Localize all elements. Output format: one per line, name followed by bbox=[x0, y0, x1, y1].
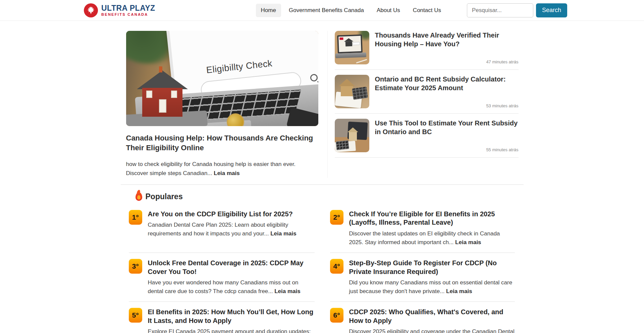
nav-item-government-benefits[interactable]: Government Benefits Canada bbox=[284, 4, 369, 17]
house-graphic bbox=[341, 86, 353, 96]
sidebar-article-title[interactable]: Use This Tool to Estimate Your Rent Subs… bbox=[375, 119, 519, 136]
house-window bbox=[146, 91, 152, 98]
excerpt-text: Did you know many Canadians miss out on … bbox=[349, 279, 513, 294]
toy-house bbox=[135, 70, 189, 117]
site-logo[interactable]: ULTRA PLAYZ BENEFITS CANADA bbox=[84, 3, 155, 17]
magnifier-icon bbox=[310, 74, 318, 82]
sidebar-article-title[interactable]: Thousands Have Already Verified Their Ho… bbox=[375, 31, 519, 48]
sidebar-article-1: Thousands Have Already Verified Their Ho… bbox=[335, 31, 519, 70]
sidebar-article-3: Use This Tool to Estimate Your Rent Subs… bbox=[335, 119, 519, 158]
featured-article-excerpt: how to check eligibility for Canada hous… bbox=[126, 160, 318, 178]
nav-item-home[interactable]: Home bbox=[256, 4, 281, 17]
brand-tagline: BENEFITS CANADA bbox=[101, 13, 155, 17]
brand-name: ULTRA PLAYZ bbox=[101, 4, 155, 12]
read-more-link[interactable]: Leia mais bbox=[270, 230, 297, 237]
popular-item-excerpt: Have you ever wondered how many Canadian… bbox=[148, 278, 315, 295]
popular-item-title[interactable]: EI Benefits in 2025: How Much You’ll Get… bbox=[148, 308, 315, 325]
popular-item-5: 5° EI Benefits in 2025: How Much You’ll … bbox=[129, 308, 315, 333]
flame-icon bbox=[136, 192, 142, 201]
popular-item-3: 3° Unlock Free Dental Coverage in 2025: … bbox=[129, 259, 315, 302]
laptop-graphic bbox=[337, 35, 363, 54]
popular-item-1: 1° Are You on the CDCP Eligibility List … bbox=[129, 210, 315, 253]
sidebar-article-1-thumbnail[interactable] bbox=[335, 31, 369, 64]
rank-badge: 3° bbox=[129, 259, 142, 274]
populares-grid: 1° Are You on the CDCP Eligibility List … bbox=[129, 210, 515, 333]
search-button[interactable]: Search bbox=[536, 3, 567, 17]
main-nav: Home Government Benefits Canada About Us… bbox=[256, 4, 446, 17]
populares-heading-text: Populares bbox=[146, 192, 183, 201]
popular-item-2: 2° Check If You’re Eligible for EI Benef… bbox=[330, 210, 515, 253]
sidebar-article-2: Ontario and BC Rent Subsidy Calculator: … bbox=[335, 75, 519, 114]
popular-item-4: 4° Step-By-Step Guide To Register For CD… bbox=[330, 259, 515, 302]
featured-section: Eligibillty Check bbox=[121, 21, 524, 185]
featured-article-title[interactable]: Canada Housing Help: How Thousands Are C… bbox=[126, 133, 318, 153]
calculator-graphic bbox=[335, 140, 349, 150]
excerpt-text: Canadian Dental Care Plan 2025: Learn ab… bbox=[148, 222, 288, 237]
excerpt-text: how to check eligibility for Canada hous… bbox=[126, 161, 296, 176]
house-graphic bbox=[349, 132, 357, 141]
canada-flag-icon bbox=[339, 38, 343, 40]
nav-item-contact[interactable]: Contact Us bbox=[408, 4, 446, 17]
rank-badge: 6° bbox=[330, 308, 343, 323]
sidebar-article-2-thumbnail[interactable] bbox=[335, 75, 369, 108]
sidebar-article-timestamp: 47 minutes atrás bbox=[375, 59, 519, 64]
popular-item-6: 6° CDCP 2025: Who Qualifies, What's Cove… bbox=[330, 308, 515, 333]
featured-article-image[interactable]: Eligibillty Check bbox=[126, 31, 318, 126]
excerpt-text: Explore EI Canada 2025 payment amount an… bbox=[148, 328, 311, 333]
calculator-graphic bbox=[352, 87, 368, 100]
house-icon bbox=[345, 42, 352, 47]
maple-leaf-icon bbox=[84, 3, 98, 17]
read-more-link[interactable]: Leia mais bbox=[455, 239, 481, 245]
read-more-link[interactable]: Leia mais bbox=[274, 288, 301, 294]
populares-section: Populares 1° Are You on the CDCP Eligibi… bbox=[121, 185, 524, 333]
popular-item-title[interactable]: CDCP 2025: Who Qualifies, What's Covered… bbox=[349, 308, 515, 325]
rank-badge: 5° bbox=[129, 308, 142, 323]
popular-item-title[interactable]: Step-By-Step Guide To Register For CDCP … bbox=[349, 259, 515, 276]
header: ULTRA PLAYZ BENEFITS CANADA Home Governm… bbox=[0, 0, 644, 21]
popular-item-excerpt: Explore EI Canada 2025 payment amount an… bbox=[148, 327, 315, 333]
popular-item-excerpt: Canadian Dental Care Plan 2025: Learn ab… bbox=[148, 221, 315, 238]
house-chimney bbox=[159, 66, 162, 72]
excerpt-text: Discover 2025 eligibility and coverage u… bbox=[349, 328, 515, 333]
laptop-base-graphic bbox=[335, 52, 366, 58]
featured-article: Eligibillty Check bbox=[126, 31, 318, 178]
read-more-link[interactable]: Leia mais bbox=[446, 288, 472, 294]
popular-item-title[interactable]: Are You on the CDCP Eligibility List for… bbox=[148, 210, 315, 219]
sidebar-article-timestamp: 55 minutes atrás bbox=[375, 147, 519, 152]
brand-text: ULTRA PLAYZ BENEFITS CANADA bbox=[101, 4, 155, 17]
read-more-link[interactable]: Leia mais bbox=[214, 170, 240, 176]
popular-item-excerpt: Discover the latest updates on EI eligib… bbox=[349, 229, 515, 246]
sidebar-article-3-thumbnail[interactable] bbox=[335, 119, 369, 152]
sidebar-article-title[interactable]: Ontario and BC Rent Subsidy Calculator: … bbox=[375, 75, 519, 92]
popular-item-excerpt: Discover 2025 eligibility and coverage u… bbox=[349, 327, 515, 333]
house-door bbox=[159, 99, 166, 113]
popular-item-excerpt: Did you know many Canadians miss out on … bbox=[349, 278, 515, 295]
popular-item-title[interactable]: Unlock Free Dental Coverage in 2025: CDC… bbox=[148, 259, 315, 276]
search-box: Search bbox=[467, 3, 567, 17]
rank-badge: 1° bbox=[129, 210, 142, 225]
rank-badge: 4° bbox=[330, 259, 343, 274]
sidebar-article-list: Thousands Have Already Verified Their Ho… bbox=[327, 31, 519, 178]
search-bar-graphic bbox=[352, 42, 360, 45]
house-roof bbox=[137, 70, 188, 89]
house-window bbox=[171, 91, 177, 98]
nav-item-about[interactable]: About Us bbox=[372, 4, 405, 17]
pen-graphic bbox=[356, 59, 367, 63]
popular-item-title[interactable]: Check If You’re Eligible for EI Benefits… bbox=[349, 210, 515, 227]
rank-badge: 2° bbox=[330, 210, 343, 225]
sidebar-article-timestamp: 53 minutes atrás bbox=[375, 103, 519, 108]
house-body bbox=[142, 88, 182, 117]
populares-heading: Populares bbox=[136, 192, 515, 201]
search-input[interactable] bbox=[467, 3, 533, 17]
